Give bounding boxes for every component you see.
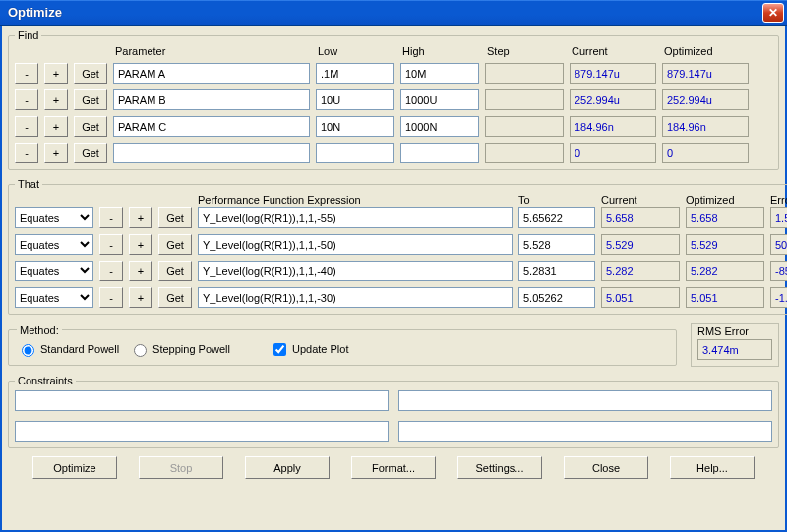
that-current-field: 5.529 (601, 234, 680, 255)
optimize-button[interactable]: Optimize (32, 456, 117, 479)
expr-input[interactable] (198, 207, 513, 228)
format-button[interactable]: Format... (351, 456, 436, 479)
that-current-field: 5.282 (601, 261, 680, 281)
that-optimized-field: 5.051 (686, 287, 764, 308)
find-get-button[interactable]: Get (74, 63, 107, 84)
update-plot-checkbox-input[interactable] (273, 343, 286, 356)
close-icon: ✕ (768, 6, 778, 20)
standard-powell-radio[interactable]: Standard Powell (17, 341, 119, 357)
close-window-button[interactable]: ✕ (762, 3, 784, 23)
find-plus-button[interactable]: + (44, 89, 68, 110)
high-input[interactable] (400, 116, 479, 137)
find-get-button[interactable]: Get (74, 89, 107, 110)
param-input[interactable] (113, 116, 310, 137)
step-field (485, 89, 564, 110)
current-field: 184.96n (570, 116, 656, 137)
apply-button[interactable]: Apply (245, 456, 330, 479)
method-group: Method: Standard Powell Stepping Powell … (8, 325, 677, 366)
col-to: To (518, 194, 595, 206)
rms-error-group: RMS Error 3.474m (691, 323, 779, 367)
find-plus-button[interactable]: + (44, 63, 68, 84)
step-field (485, 116, 564, 137)
that-optimized-field: 5.529 (686, 234, 764, 255)
high-input[interactable] (400, 63, 479, 84)
step-field (485, 63, 564, 84)
method-legend: Method: (17, 325, 62, 336)
that-group: That Performance Function Expression To … (8, 178, 787, 315)
find-get-button[interactable]: Get (74, 143, 107, 163)
constraint-3-input[interactable] (15, 421, 389, 442)
col-error: Error (770, 194, 787, 206)
that-minus-button[interactable]: - (99, 234, 123, 255)
that-plus-button[interactable]: + (129, 234, 152, 255)
col-high: High (400, 45, 479, 57)
col-optimized: Optimized (686, 194, 764, 206)
find-minus-button[interactable]: - (15, 143, 38, 163)
help-button[interactable]: Help... (670, 456, 755, 479)
that-minus-button[interactable]: - (99, 207, 123, 228)
high-input[interactable] (400, 143, 479, 163)
that-get-button[interactable]: Get (158, 234, 192, 255)
standard-powell-radio-input[interactable] (22, 344, 34, 357)
that-get-button[interactable]: Get (158, 207, 192, 228)
that-plus-button[interactable]: + (129, 261, 152, 281)
stop-button[interactable]: Stop (139, 456, 223, 479)
stepping-powell-radio[interactable]: Stepping Powell (129, 341, 230, 357)
close-button[interactable]: Close (564, 456, 648, 479)
param-input[interactable] (113, 89, 310, 110)
find-minus-button[interactable]: - (15, 89, 38, 110)
col-low: Low (316, 45, 394, 57)
relation-combo[interactable]: Equates (15, 287, 93, 308)
that-row: Equates - + Get 5.529 5.529 505.108u (15, 234, 787, 255)
update-plot-checkbox[interactable]: Update Plot (270, 340, 348, 359)
find-minus-button[interactable]: - (15, 116, 38, 137)
that-plus-button[interactable]: + (129, 287, 152, 308)
that-row: Equates - + Get 5.282 5.282 -854.262u (15, 261, 787, 281)
that-minus-button[interactable]: - (99, 287, 123, 308)
stepping-powell-radio-input[interactable] (134, 344, 147, 357)
title-bar: Optimize ✕ (0, 0, 787, 26)
that-error-field: -1.439m (770, 287, 787, 308)
low-input[interactable] (316, 143, 394, 163)
to-input[interactable] (518, 287, 595, 308)
to-input[interactable] (518, 234, 595, 255)
constraint-4-input[interactable] (398, 421, 772, 442)
window-title: Optimize (8, 5, 62, 20)
constraint-1-input[interactable] (15, 390, 389, 411)
low-input[interactable] (316, 89, 394, 110)
col-optimized: Optimized (662, 45, 749, 57)
relation-combo[interactable]: Equates (15, 234, 93, 255)
that-error-field: 505.108u (770, 234, 787, 255)
update-plot-label: Update Plot (292, 343, 348, 355)
relation-combo[interactable]: Equates (15, 207, 93, 228)
find-minus-button[interactable]: - (15, 63, 38, 84)
relation-combo[interactable]: Equates (15, 261, 93, 281)
that-plus-button[interactable]: + (129, 207, 152, 228)
col-step: Step (485, 45, 564, 57)
that-row: Equates - + Get 5.051 5.051 -1.439m (15, 287, 787, 308)
low-input[interactable] (316, 63, 394, 84)
expr-input[interactable] (198, 234, 513, 255)
constraint-2-input[interactable] (398, 390, 772, 411)
rms-error-value: 3.474m (697, 339, 772, 360)
that-get-button[interactable]: Get (158, 287, 192, 308)
param-input[interactable] (113, 143, 310, 163)
dialog-buttons: Optimize Stop Apply Format... Settings..… (8, 456, 779, 479)
expr-input[interactable] (198, 287, 513, 308)
find-plus-button[interactable]: + (44, 143, 68, 163)
high-input[interactable] (400, 89, 479, 110)
current-field: 0 (570, 143, 656, 163)
expr-input[interactable] (198, 261, 513, 281)
to-input[interactable] (518, 261, 595, 281)
find-get-button[interactable]: Get (74, 116, 107, 137)
that-get-button[interactable]: Get (158, 261, 192, 281)
find-plus-button[interactable]: + (44, 116, 68, 137)
that-optimized-field: 5.282 (686, 261, 764, 281)
param-input[interactable] (113, 63, 310, 84)
col-current: Current (570, 45, 656, 57)
settings-button[interactable]: Settings... (457, 456, 542, 479)
low-input[interactable] (316, 116, 394, 137)
that-minus-button[interactable]: - (99, 261, 123, 281)
to-input[interactable] (518, 207, 595, 228)
that-error-field: 1.568m (770, 207, 787, 228)
